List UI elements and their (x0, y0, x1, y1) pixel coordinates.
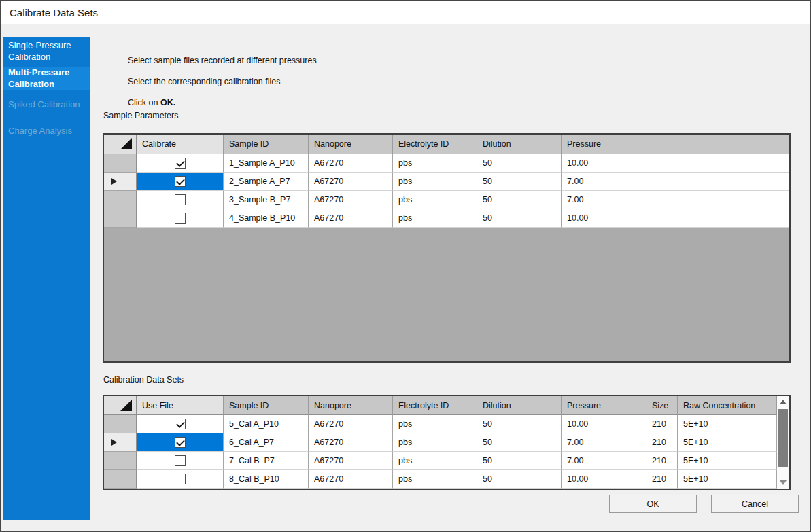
nanopore-cell[interactable]: A67270 (309, 433, 393, 452)
vertical-scrollbar[interactable] (777, 396, 789, 489)
dilution-cell[interactable]: 50 (477, 415, 562, 433)
electrolyte-id-cell[interactable]: pbs (393, 154, 477, 173)
row-header[interactable] (104, 470, 137, 489)
column-header-use-file[interactable]: Use File (137, 396, 224, 415)
calibrate-checkbox[interactable] (175, 176, 186, 187)
scroll-down-button[interactable] (777, 477, 789, 489)
dilution-cell[interactable]: 50 (477, 452, 562, 470)
sample-id-cell[interactable]: 7_Cal B_P7 (224, 452, 309, 470)
ok-button[interactable]: OK (609, 495, 697, 513)
sidebar-item-multi-pressure-calibration[interactable]: Multi-Pressure Calibration (3, 67, 90, 90)
size-cell[interactable]: 210 (646, 433, 678, 452)
column-header-size[interactable]: Size (646, 396, 678, 415)
pressure-cell[interactable]: 7.00 (562, 452, 646, 470)
row-header[interactable] (104, 433, 137, 452)
row-header[interactable] (104, 191, 137, 209)
size-cell[interactable]: 210 (646, 470, 678, 489)
nanopore-cell[interactable]: A67270 (309, 470, 393, 489)
nanopore-cell[interactable]: A67270 (309, 415, 393, 433)
pressure-cell[interactable]: 7.00 (562, 433, 646, 452)
column-header-calibrate[interactable]: Calibrate (137, 135, 224, 154)
pressure-cell[interactable]: 10.00 (562, 470, 646, 489)
use-file-checkbox[interactable] (175, 437, 186, 448)
scrollbar-track[interactable] (777, 408, 789, 477)
pressure-cell[interactable]: 10.00 (562, 209, 789, 228)
sample-id-cell[interactable]: 5_Cal A_P10 (224, 415, 309, 433)
sidebar-item-single-pressure-calibration[interactable]: Single-Pressure Calibration (3, 37, 90, 67)
column-header-electrolyte-id[interactable]: Electrolyte ID (393, 135, 477, 154)
column-header-pressure[interactable]: Pressure (562, 135, 789, 154)
select-all-corner-cell[interactable] (104, 135, 137, 154)
column-header-pressure[interactable]: Pressure (562, 396, 646, 415)
calibrate-cell[interactable] (137, 191, 224, 209)
select-all-corner-cell[interactable] (104, 396, 137, 415)
electrolyte-id-cell[interactable]: pbs (393, 173, 477, 191)
use-file-checkbox[interactable] (175, 474, 186, 484)
calibrate-checkbox[interactable] (175, 194, 186, 205)
column-header-nanopore[interactable]: Nanopore (309, 396, 393, 415)
electrolyte-id-cell[interactable]: pbs (393, 452, 477, 470)
nanopore-cell[interactable]: A67270 (309, 191, 393, 209)
dilution-cell[interactable]: 50 (477, 154, 562, 173)
dilution-cell[interactable]: 50 (477, 191, 562, 209)
pressure-cell[interactable]: 7.00 (562, 173, 789, 191)
cancel-button[interactable]: Cancel (711, 495, 799, 513)
dilution-cell[interactable]: 50 (477, 173, 562, 191)
electrolyte-id-cell[interactable]: pbs (393, 209, 477, 228)
row-header[interactable] (104, 173, 137, 191)
size-cell[interactable]: 210 (646, 452, 678, 470)
scroll-down-arrow-icon (780, 480, 787, 485)
electrolyte-id-cell[interactable]: pbs (393, 191, 477, 209)
raw-concentration-cell[interactable]: 5E+10 (678, 415, 777, 433)
column-header-sample-id[interactable]: Sample ID (224, 396, 309, 415)
electrolyte-id-cell[interactable]: pbs (393, 415, 477, 433)
sample-id-cell[interactable]: 3_Sample B_P7 (224, 191, 309, 209)
sample-id-cell[interactable]: 1_Sample A_P10 (224, 154, 309, 173)
pressure-cell[interactable]: 10.00 (562, 415, 646, 433)
electrolyte-id-cell[interactable]: pbs (393, 433, 477, 452)
row-header[interactable] (104, 154, 137, 173)
dilution-cell[interactable]: 50 (477, 209, 562, 228)
size-cell[interactable]: 210 (646, 415, 678, 433)
dialog-button-bar: OK Cancel (609, 495, 799, 513)
column-header-sample-id[interactable]: Sample ID (224, 135, 309, 154)
pressure-cell[interactable]: 10.00 (562, 154, 789, 173)
sample-id-cell[interactable]: 6_Cal A_P7 (224, 433, 309, 452)
electrolyte-id-cell[interactable]: pbs (393, 470, 477, 489)
calibrate-cell[interactable] (137, 173, 224, 191)
nanopore-cell[interactable]: A67270 (309, 154, 393, 173)
pressure-cell[interactable]: 7.00 (562, 191, 789, 209)
use-file-cell[interactable] (137, 415, 224, 433)
row-header[interactable] (104, 209, 137, 228)
use-file-checkbox[interactable] (175, 455, 186, 466)
dilution-cell[interactable]: 50 (477, 470, 562, 489)
calibrate-checkbox[interactable] (175, 213, 186, 224)
column-header-electrolyte-id[interactable]: Electrolyte ID (393, 396, 477, 415)
nanopore-cell[interactable]: A67270 (309, 173, 393, 191)
instruction-line-1: Select sample files recorded at differen… (128, 56, 317, 67)
column-header-nanopore[interactable]: Nanopore (309, 135, 393, 154)
scrollbar-thumb[interactable] (778, 409, 788, 467)
calibrate-cell[interactable] (137, 154, 224, 173)
sample-id-cell[interactable]: 8_Cal B_P10 (224, 470, 309, 489)
calibrate-cell[interactable] (137, 209, 224, 228)
raw-concentration-cell[interactable]: 5E+10 (678, 470, 777, 489)
dilution-cell[interactable]: 50 (477, 433, 562, 452)
raw-concentration-cell[interactable]: 5E+10 (678, 452, 777, 470)
sample-id-cell[interactable]: 2_Sample A_P7 (224, 173, 309, 191)
row-header[interactable] (104, 452, 137, 470)
row-header[interactable] (104, 415, 137, 433)
column-header-dilution[interactable]: Dilution (477, 135, 562, 154)
calibrate-checkbox[interactable] (175, 158, 186, 169)
use-file-cell[interactable] (137, 470, 224, 489)
nanopore-cell[interactable]: A67270 (309, 209, 393, 228)
raw-concentration-cell[interactable]: 5E+10 (678, 433, 777, 452)
use-file-checkbox[interactable] (175, 419, 186, 429)
nanopore-cell[interactable]: A67270 (309, 452, 393, 470)
column-header-raw-concentration[interactable]: Raw Concentration (678, 396, 777, 415)
use-file-cell[interactable] (137, 433, 224, 452)
scroll-up-button[interactable] (777, 396, 789, 408)
use-file-cell[interactable] (137, 452, 224, 470)
sample-id-cell[interactable]: 4_Sample B_P10 (224, 209, 309, 228)
column-header-dilution[interactable]: Dilution (477, 396, 562, 415)
